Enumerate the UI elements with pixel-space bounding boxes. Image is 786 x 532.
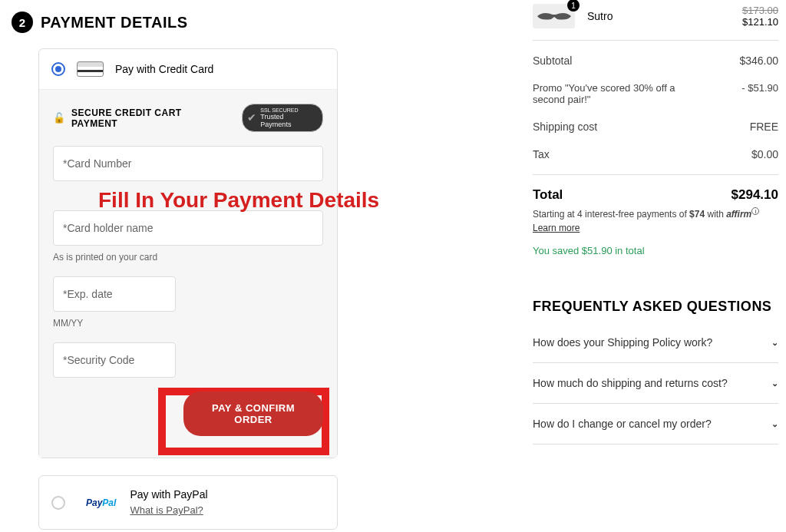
info-icon[interactable]: i [751,207,759,215]
sale-price: $121.10 [742,16,778,28]
faq-item-cost[interactable]: How much do shipping and returns cost? ⌄ [533,363,778,404]
card-number-input[interactable]: *Card Number [53,146,323,181]
product-thumbnail: 1 [533,4,575,28]
savings-text: You saved $51.90 in total [533,245,778,256]
what-is-paypal-link[interactable]: What is PayPal? [130,504,203,516]
subtotal-row: Subtotal $346.00 [533,47,778,74]
credit-card-icon [77,61,104,77]
shipping-row: Shipping cost FREE [533,113,778,140]
payment-section-header: 2 PAYMENT DETAILS [12,0,338,33]
expiry-input[interactable]: *Exp. date [53,276,176,312]
credit-card-option[interactable]: Pay with Credit Card [39,49,337,89]
credit-card-panel: Pay with Credit Card 🔓 SECURE CREDIT CAR… [38,48,338,458]
shield-icon: ✔ [247,112,256,124]
card-holder-hint: As is printed on your card [53,252,323,263]
section-title: PAYMENT DETAILS [41,14,188,31]
cart-item: 1 Sutro $173.00 $121.10 [533,4,778,28]
paypal-option[interactable]: PayPal Pay with PayPal What is PayPal? [38,475,338,530]
paypal-logo: PayPal [86,497,116,508]
radio-paypal[interactable] [51,496,65,510]
annotation-overlay: Fill In Your Payment Details [98,188,379,213]
cvv-input[interactable]: *Security Code [53,342,176,378]
chevron-down-icon: ⌄ [771,378,778,388]
faq-heading: FREQUENTLY ASKED QUESTIONS [533,299,778,315]
card-holder-input[interactable]: *Card holder name [53,210,323,246]
quantity-badge: 1 [567,0,580,12]
paypal-label: Pay with PayPal [130,488,207,501]
ssl-badge: ✔ SSL SECURED Trusted Payments [242,104,323,132]
step-number: 2 [12,12,33,33]
pay-confirm-button[interactable]: PAY & CONFIRM ORDER [183,392,323,436]
original-price: $173.00 [742,5,778,16]
learn-more-link[interactable]: Learn more [533,223,580,233]
credit-card-label: Pay with Credit Card [115,63,213,75]
affirm-text: Starting at 4 interest-free payments of … [533,207,778,220]
promo-row: Promo "You've scored 30% off a second pa… [533,74,778,113]
tax-row: Tax $0.00 [533,140,778,168]
product-name: Sutro [587,10,742,22]
secure-payment-text: SECURE CREDIT CART PAYMENT [71,107,226,129]
divider [533,40,778,41]
faq-item-shipping[interactable]: How does your Shipping Policy work? ⌄ [533,322,778,363]
faq-item-change-order[interactable]: How do I change or cancel my order? ⌄ [533,404,778,444]
chevron-down-icon: ⌄ [771,338,778,348]
radio-credit-card[interactable] [51,62,65,76]
lock-icon: 🔓 [53,112,65,124]
divider [533,174,778,175]
chevron-down-icon: ⌄ [771,419,778,429]
expiry-hint: MM/YY [53,318,323,329]
total-row: Total $294.10 [533,181,778,204]
